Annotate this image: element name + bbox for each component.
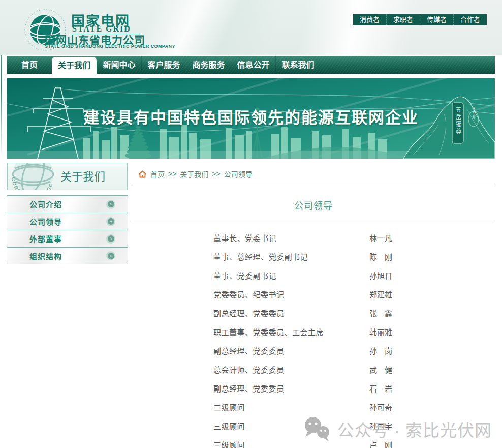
breadcrumb-separator: >>: [212, 170, 220, 178]
leader-position: 董事长、党委书记: [213, 232, 276, 243]
sidebar-item-label: 公司介绍: [29, 199, 62, 210]
chevron-right-icon: ›: [106, 200, 115, 209]
sidebar-item-label: 外部董事: [29, 233, 62, 244]
sidebar-title: 关于我们: [60, 163, 105, 190]
leader-position: 三级顾问: [213, 439, 245, 448]
leader-name: 林一凡: [369, 232, 392, 243]
tab-news[interactable]: 新闻中心: [97, 56, 141, 74]
leader-name: 韩丽雅: [369, 326, 392, 337]
audience-link-consumer[interactable]: 消费者: [353, 14, 386, 25]
leader-row: 副总经理、党委委员 孙 岗: [132, 341, 495, 360]
audience-link-partner[interactable]: 合作者: [453, 14, 487, 25]
breadcrumb-current[interactable]: 公司领导: [224, 169, 253, 179]
leader-row: 副总经理、党委委员 石 岩: [132, 379, 495, 398]
leader-position: 董事、党委副书记: [213, 270, 276, 281]
leader-row: 董事长、党委书记 林一凡: [132, 228, 495, 247]
tab-info-disclosure[interactable]: 信息公开: [231, 56, 275, 74]
leader-row: 二级顾问 孙可奇: [132, 398, 495, 416]
leader-position: 二级顾问: [213, 402, 245, 412]
company-name-en: STATE GRID SHANDONG ELECTRIC POWER COMPA…: [45, 44, 175, 49]
sidebar-menu: 公司介绍 › 公司领导 › 外部董事 › 组织结构 ›: [7, 195, 128, 264]
hero-banner: 五岳獨尊 昂头天外 建设具有中国特色国际领先的能源互联网企业: [7, 78, 495, 159]
main-panel: 首页 >> 关于我们 >> 公司领导 公司领导 董事长、党委书记 林一凡 董事、…: [132, 163, 495, 448]
banner-slogan: 建设具有中国特色国际领先的能源互联网企业: [7, 105, 495, 128]
leader-position: 副总经理、党委委员: [213, 383, 285, 394]
leader-name: 石 岩: [369, 383, 392, 394]
page-title: 公司领导: [132, 198, 495, 221]
leader-position: 职工董事、党委委员、工会主席: [213, 326, 324, 337]
breadcrumb-home[interactable]: 首页: [150, 169, 165, 179]
leader-row: 三级顾问 孙国宇: [132, 416, 495, 435]
leader-name: 武 健: [369, 364, 392, 375]
audience-link-bar: 消费者 求职者 传媒者 合作者: [353, 14, 487, 25]
leader-row: 董事、党委副书记 孙旭日: [132, 266, 495, 285]
leader-name: 陈 刚: [369, 251, 392, 262]
leader-row: 董事、总经理、党委副书记 陈 刚: [132, 247, 495, 266]
sidebar-item-company-leaders[interactable]: 公司领导 ›: [7, 213, 128, 230]
audience-link-media[interactable]: 传媒者: [420, 14, 453, 25]
home-icon: [138, 170, 147, 178]
tab-about-us[interactable]: 关于我们: [52, 57, 97, 74]
site-header: 国家电网 STATE GRID 国网山东省电力公司 STATE GRID SHA…: [0, 0, 502, 55]
chevron-right-icon: ›: [106, 251, 115, 260]
sidebar-item-company-intro[interactable]: 公司介绍 ›: [7, 195, 128, 213]
leader-position: 副总经理、党委委员: [213, 308, 285, 318]
leader-name: 孙旭日: [369, 270, 392, 281]
breadcrumb-about[interactable]: 关于我们: [180, 169, 208, 179]
sidebar-item-label: 组织结构: [29, 251, 62, 261]
audience-link-jobseeker[interactable]: 求职者: [386, 14, 420, 25]
tab-customer-service[interactable]: 客户服务: [141, 56, 186, 74]
leader-position: 副总经理、党委委员: [213, 345, 285, 356]
leader-row: 副总经理、党委委员 张 鑫: [132, 304, 495, 322]
sidebar: CORPORATION OF 关于我们 公司介绍 › 公司领导 › 外部董事 ›…: [7, 163, 128, 448]
sidebar-item-external-directors[interactable]: 外部董事 ›: [7, 230, 128, 247]
tab-contact-us[interactable]: 联系我们: [275, 56, 320, 74]
leader-name: 孙可奇: [369, 402, 392, 412]
leader-name: 孙 岗: [369, 345, 392, 356]
leader-position: 党委委员、纪委书记: [213, 289, 285, 300]
tab-business-service[interactable]: 商务服务: [186, 56, 231, 74]
chevron-down-icon: ›: [106, 217, 115, 226]
leader-row: 三级顾问 卢 刚: [132, 435, 495, 448]
leader-row: 党委委员、纪委书记 郑建雄: [132, 285, 495, 304]
sidebar-item-org-structure[interactable]: 组织结构 ›: [7, 247, 128, 264]
breadcrumb: 首页 >> 关于我们 >> 公司领导: [132, 169, 495, 185]
leader-row: 总会计师、党委委员 武 健: [132, 360, 495, 379]
content-area: CORPORATION OF 关于我们 公司介绍 › 公司领导 › 外部董事 ›…: [7, 163, 495, 448]
sidebar-header: CORPORATION OF 关于我们: [7, 163, 128, 190]
leader-name: 卢 刚: [369, 439, 392, 448]
tab-home[interactable]: 首页: [7, 56, 52, 74]
leader-position: 董事、总经理、党委副书记: [213, 251, 308, 262]
main-nav: 首页 关于我们 新闻中心 客户服务 商务服务 信息公开 联系我们: [7, 56, 495, 74]
globe-watermark-icon: CORPORATION OF: [7, 163, 61, 190]
leader-list: 董事长、党委书记 林一凡 董事、总经理、党委副书记 陈 刚 董事、党委副书记 孙…: [132, 228, 495, 448]
leader-name: 孙国宇: [369, 421, 392, 431]
breadcrumb-separator: >>: [168, 170, 176, 178]
sidebar-item-label: 公司领导: [29, 216, 62, 227]
leader-name: 张 鑫: [369, 308, 392, 318]
leader-position: 总会计师、党委委员: [213, 364, 285, 375]
leader-row: 职工董事、党委委员、工会主席 韩丽雅: [132, 322, 495, 341]
leader-name: 郑建雄: [369, 289, 392, 300]
leader-position: 三级顾问: [213, 421, 245, 431]
chevron-right-icon: ›: [106, 234, 115, 244]
